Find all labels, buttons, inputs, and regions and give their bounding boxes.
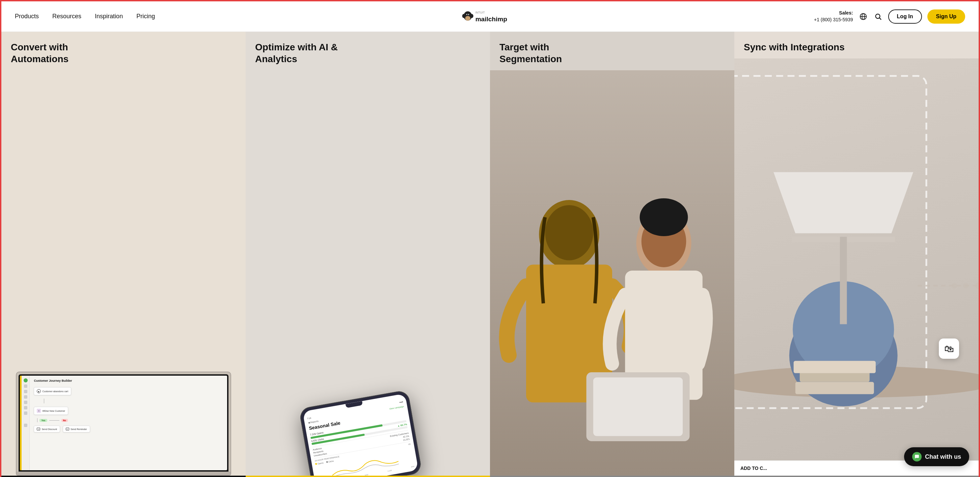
svg-point-35 [975,282,978,289]
panel-2-title: Optimize with AI & Analytics [246,32,490,70]
segmentation-bg [490,70,734,475]
signup-button[interactable]: Sign Up [928,10,965,24]
svg-point-15 [875,14,880,18]
sidebar-icon-active [24,378,28,383]
svg-point-9 [471,14,474,18]
panel-1-image: Customer Journey Builder ▶ Customer aban… [2,70,246,475]
globe-icon[interactable] [859,12,868,21]
yes-no-row: Yes No [37,418,223,422]
opens-dot [315,463,317,465]
laptop-lid: Customer Journey Builder ▶ Customer aban… [16,372,231,472]
feature-grid: Convert with Automations [2,32,978,475]
connector-line [44,399,44,404]
node-send-reminder: ✉ Send Reminder [63,426,90,432]
bottom-bar-2 [246,475,490,477]
nav-inspiration[interactable]: Inspiration [95,13,123,20]
no-badge: No [61,419,68,422]
svg-point-23 [640,198,688,236]
laptop-base [16,472,231,475]
email-icon: ✉ [37,428,40,431]
bottom-nodes: ✉ Send Discount ✉ Send Reminder [34,426,223,432]
sales-info: Sales: +1 (800) 315-5939 [814,10,853,23]
node-customer-abandons: ▶ Customer abandons cart [34,387,71,395]
node-ifelse: ⋔ If/Else New Customer [34,407,68,415]
branch-icon: ⋔ [37,409,41,413]
sidebar-icon [24,412,27,415]
panel-4-image: 🛍 ADD TO C... [734,59,978,475]
nav-resources[interactable]: Resources [52,13,81,20]
svg-rect-33 [794,361,876,373]
svg-point-6 [467,14,468,15]
svg-text:INTUIT: INTUIT [476,11,485,14]
sidebar-icon [24,400,27,404]
panel-1-title: Convert with Automations [2,32,246,70]
sidebar-icon [24,406,27,410]
clicks-dot [326,461,328,463]
navbar: Products Resources Inspiration Pricing I… [2,2,978,32]
sales-phone: +1 (800) 315-5939 [814,16,853,23]
nav-right: Sales: +1 (800) 315-5939 Log In Sign Up [814,10,965,24]
reports-label: ◀ Reports [308,420,318,424]
nav-logo[interactable]: INTUIT mailchimp [461,8,519,26]
panel-2-image: 7:14 ●●● ◀ Reports View campaign Seasona… [246,70,490,475]
bottom-bar [2,475,978,477]
sidebar-icon [24,384,27,388]
svg-point-1 [465,16,471,21]
yes-badge: Yes [40,419,47,422]
sidebar-icon [24,390,27,393]
phone-outer: 7:14 ●●● ◀ Reports View campaign Seasona… [299,389,423,475]
screen-title: Customer Journey Builder [34,379,223,383]
sales-label: Sales: [814,10,853,16]
sidebar-icon [24,395,27,399]
chat-label: Chat with us [925,453,961,461]
svg-rect-25 [593,377,683,436]
flow-node2-area: ⋔ If/Else New Customer [34,407,223,415]
bottom-bar-3 [490,475,734,477]
branch-line-no [49,420,59,421]
bottom-bar-1 [2,475,246,477]
nav-products[interactable]: Products [15,13,39,20]
people-illustration [490,131,734,475]
chat-button[interactable]: Chat with us [904,447,969,466]
laptop-scene: Customer Journey Builder ▶ Customer aban… [16,372,231,475]
panel-4-title: Sync with Integrations [734,32,978,59]
sidebar-icon [24,424,27,427]
panel-automations: Convert with Automations [2,32,246,475]
nav-left: Products Resources Inspiration Pricing [15,13,155,20]
svg-point-36 [963,283,969,289]
email-icon2: ✉ [66,428,69,431]
laptop-main-content: Customer Journey Builder ▶ Customer aban… [30,376,227,470]
integrations-bg: 🛍 ADD TO C... [734,59,978,475]
svg-rect-31 [795,382,874,394]
panel-integrations: Sync with Integrations [734,32,978,475]
svg-text:mailchimp: mailchimp [476,15,507,22]
sidebar-icons [22,376,30,470]
svg-point-8 [462,14,465,18]
shopify-badge: 🛍 [939,338,959,359]
panel-3-title: Target with Segmentation [490,32,734,70]
svg-point-37 [951,283,957,289]
panel-analytics: Optimize with AI & Analytics 7:14 ●●● [246,32,490,475]
svg-line-16 [880,18,881,19]
lamp-illustration [734,59,978,426]
phone-mockup: 7:14 ●●● ◀ Reports View campaign Seasona… [299,389,423,475]
panel-3-image [490,70,734,475]
login-button[interactable]: Log In [888,10,922,24]
svg-point-7 [469,14,469,15]
svg-point-19 [545,205,593,260]
phone-notch [345,401,363,408]
flow-area: ▶ Customer abandons cart [34,387,223,395]
bottom-bar-4 [734,475,978,477]
search-icon[interactable] [873,12,883,21]
node-send-discount: ✉ Send Discount [34,426,60,432]
svg-rect-30 [840,237,847,324]
play-icon: ▶ [37,389,41,393]
laptop-screen-bezel: Customer Journey Builder ▶ Customer aban… [19,374,228,472]
panel-segmentation: Target with Segmentation [490,32,734,475]
chat-bubble-icon [912,452,922,461]
nav-pricing[interactable]: Pricing [136,13,155,20]
phone-inner: 7:14 ●●● ◀ Reports View campaign Seasona… [303,394,419,475]
